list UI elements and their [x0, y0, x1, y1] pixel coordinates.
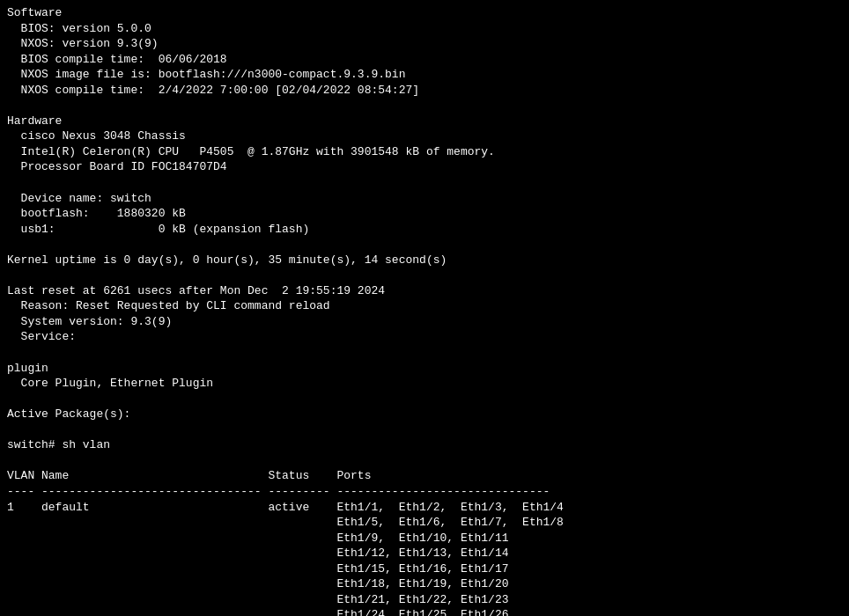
- terminal-output: Software BIOS: version 5.0.0 NXOS: versi…: [7, 5, 842, 616]
